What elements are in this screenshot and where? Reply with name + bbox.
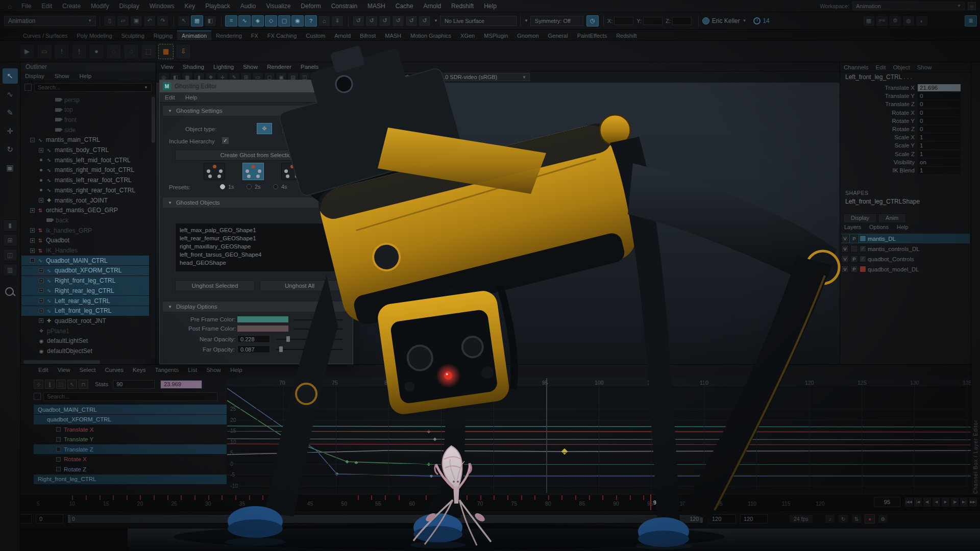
construction-history-1-icon[interactable]: ↺ [352,15,364,27]
shelf-tab-poly-modeling[interactable]: Poly Modeling [72,31,116,40]
ipr-render-icon[interactable]: IPR [876,15,888,27]
construction-history-3-icon[interactable]: ↺ [379,15,391,27]
axis-input-y[interactable] [643,17,663,25]
region-tool-icon[interactable]: ↖ [67,380,77,389]
range-handle-right[interactable] [700,515,703,523]
ghosted-objects-header[interactable]: ▼ Ghosted Objects [163,197,350,208]
shelf-tab-motion-graphics[interactable]: Motion Graphics [406,31,456,40]
sphere-shelf-icon[interactable]: ● [89,44,104,59]
layer-row-quadbot_model_DL[interactable]: VPquadbot_model_DL [841,264,970,274]
channel-checkbox[interactable] [56,437,61,442]
hypershade-icon[interactable]: ◍ [902,15,915,27]
shelf-tab-msplugin[interactable]: MSPlugin [479,31,512,40]
outliner-menu-help[interactable]: Help [75,73,96,79]
menu-key[interactable]: Key [179,3,200,10]
graph-menu-keys[interactable]: Keys [128,367,151,373]
unghost-selected-button[interactable]: Unghost Selected [175,280,255,291]
unghost-all-button[interactable]: Unghost All [260,280,339,291]
menu-deform[interactable]: Deform [296,3,326,10]
graph-tree-quadbot_xform_ctrl[interactable]: quadbot_XFORM_CTRL [34,415,227,424]
expander-icon[interactable]: + [39,279,43,283]
shelf-tab-fx-caching[interactable]: FX Caching [263,31,301,40]
axis-input-z[interactable] [672,17,692,25]
graph-tree-translate-z[interactable]: Translate Z [34,444,227,454]
ghosting-editor-window[interactable]: M Ghosting Editor — ◻ ✕ EditHelp ▼ Ghost… [159,80,353,364]
right-sidebar-tab-strip[interactable]: Channel Box / Layer Editor [971,62,980,494]
outliner-item-top[interactable]: top [21,105,149,115]
preset-radio-10s[interactable] [326,184,331,189]
graph-tree-translate-y[interactable]: Translate Y [34,435,227,444]
play-forwards-button[interactable]: ▶ [941,497,950,507]
auto-key-icon[interactable]: ● [865,514,875,523]
redo-icon[interactable]: ↷ [157,15,169,27]
graph-tree-rotate-x[interactable]: Rotate X [34,455,227,464]
channel-menu-object[interactable]: Object [889,64,913,70]
axis-input-x[interactable] [614,17,633,25]
channel-object-name[interactable]: Left_front_leg_CTRL . . . [840,72,971,82]
exposure-field[interactable]: 1.00 [395,73,418,81]
graph-filter-icon[interactable] [34,393,41,400]
ao-icon[interactable]: ◍ [358,72,369,82]
key-marker[interactable] [433,437,436,441]
range-bar[interactable]: 0 120 [67,514,703,523]
expander-icon[interactable]: + [39,318,43,323]
snap-projected-center-icon[interactable]: ◇ [265,15,277,27]
move-nearest-key-icon[interactable]: ⊹ [34,380,43,389]
open-scene-icon[interactable]: ▱ [117,15,129,27]
current-frame-field[interactable]: 95 [874,497,900,507]
motion-blur-icon[interactable]: ≋ [370,72,381,82]
shelf-tab-painteffects[interactable]: PaintEffects [573,31,612,40]
graph-menu-edit[interactable]: Edit [34,367,53,373]
menu-playback[interactable]: Playback [200,3,235,10]
outliner-item-back[interactable]: back [21,215,149,225]
range-handle-left[interactable] [68,515,70,523]
graph-tree-rotate-z[interactable]: Rotate Z [34,464,227,474]
channel-menu-show[interactable]: Show [914,64,936,70]
far-opacity-slider[interactable] [276,349,342,350]
outliner-item-mantis_left_rear_foot_CTRL[interactable]: ∿mantis_left_rear_foot_CTRL [21,176,149,185]
rotate-tool[interactable]: ↻ [3,142,18,157]
ghosted-objects-list[interactable]: left_max_palp_GEO_Shape1left_rear_femur_… [175,223,339,272]
outliner-vertical-scrollbar[interactable] [151,95,156,358]
layer-visibility-toggle[interactable]: V [841,245,849,253]
outliner-item-Quadbot[interactable]: +⇅Quadbot [21,236,149,245]
select-mask-component-icon[interactable]: ◧ [204,15,216,27]
workspace-lock-icon[interactable]: ⌂ [968,2,976,10]
outliner-item-defaultObjectSet[interactable]: ◉defaultObjectSet [21,346,149,356]
minimize-icon[interactable]: — [323,83,328,90]
menu-windows[interactable]: Windows [144,3,180,10]
snap-help-icon[interactable]: ? [305,15,317,27]
channel-attr-value[interactable]: on [918,159,961,166]
outliner-item-mantis_body_CTRL[interactable]: +∿mantis_body_CTRL [21,145,149,155]
shape-node-name[interactable]: Left_front_leg_CTRLShape [840,197,971,206]
loop-icon[interactable]: ↻ [838,514,848,523]
viewport-menu-show[interactable]: Show [238,64,262,70]
anim-prefs-gear-icon[interactable]: ⚙ [878,514,888,523]
viewport-menu-shading[interactable]: Shading [178,64,209,70]
near-opacity-field[interactable]: 0.228 [237,335,270,343]
shelf-tab-sculpting[interactable]: Sculpting [117,31,149,40]
outliner-item-Right_front_leg_CTRL[interactable]: +∿Right_front_leg_CTRL [21,276,149,286]
construction-history-4-icon[interactable]: ↺ [392,15,404,27]
channel-menu-channels[interactable]: Channels [840,64,872,70]
menu-cache[interactable]: Cache [390,3,419,10]
ruler-shelf-icon[interactable]: ▭ [37,44,52,59]
shelf-tab-rendering[interactable]: Rendering [211,31,247,40]
layer-color-swatch[interactable] [860,266,866,272]
outliner-item-orchid_mantis_GEO_GRP[interactable]: +⇅orchid_mantis_GEO_GRP [21,206,149,215]
user-account-dropdown[interactable]: Eric Keller ▼ [702,17,747,24]
outliner-item-mantis_main_CTRL[interactable]: -∿mantis_main_CTRL [21,135,149,145]
create-ghost-button[interactable]: Create Ghost from Selection [175,149,339,161]
layer-color-swatch[interactable]: ∕ [860,256,866,262]
colorspace-dropdown[interactable]: ACES 1.0 SDR-video (sRGB)▼ [420,73,530,81]
expander-icon[interactable]: + [39,298,43,303]
post-frame-color-swatch[interactable] [237,325,288,332]
viewport-menu-lighting[interactable]: Lighting [209,64,238,70]
stats-value-field[interactable]: 23.969 [160,380,202,389]
expander-icon[interactable]: + [30,208,35,213]
outliner-pane-layout-button[interactable]: ▥ [3,264,17,276]
sidebar-toggle-icon[interactable]: ≣ [965,15,977,27]
menu-help[interactable]: Help [479,3,502,10]
expander-icon[interactable]: + [39,288,43,293]
channel-checkbox[interactable] [56,457,61,462]
